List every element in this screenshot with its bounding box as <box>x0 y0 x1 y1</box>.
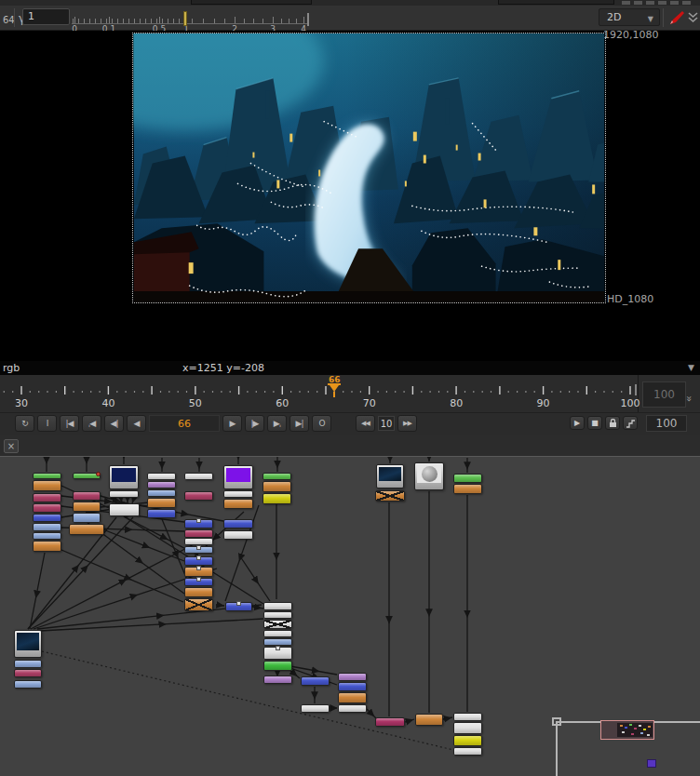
node[interactable] <box>73 502 101 512</box>
node[interactable] <box>263 630 292 637</box>
node[interactable] <box>69 524 104 535</box>
play-mode-button[interactable]: ↻ <box>15 415 34 432</box>
node[interactable] <box>109 503 140 516</box>
gamma-slider[interactable]: 00.10.51234 <box>72 6 312 31</box>
node-read-thumbnail[interactable] <box>223 465 253 489</box>
toolbar-icon[interactable] <box>646 1 654 5</box>
node[interactable] <box>263 602 292 610</box>
double-chevron-down-icon[interactable] <box>688 12 698 23</box>
lock-icon[interactable] <box>605 416 620 430</box>
node[interactable] <box>109 490 139 498</box>
node[interactable] <box>262 473 291 480</box>
node[interactable] <box>184 519 213 528</box>
node[interactable] <box>184 556 213 566</box>
node[interactable] <box>453 735 482 746</box>
prev-keyframe-button[interactable]: ˌ◀ <box>82 415 101 432</box>
node[interactable] <box>14 669 42 677</box>
fps-value-box[interactable]: 100 <box>646 415 687 432</box>
node[interactable] <box>33 523 61 531</box>
node[interactable] <box>262 481 291 492</box>
fps-display-box[interactable]: 100 <box>642 381 686 408</box>
node[interactable] <box>338 692 367 703</box>
node[interactable] <box>147 498 176 508</box>
node[interactable] <box>453 722 482 734</box>
node[interactable] <box>184 529 213 538</box>
node[interactable] <box>223 519 253 528</box>
view-mode-dropdown[interactable]: 2D ▼ <box>599 8 660 26</box>
node[interactable] <box>14 680 42 689</box>
range-o-button[interactable]: O <box>312 415 331 432</box>
step-back-button[interactable]: ◀| <box>104 415 124 432</box>
node[interactable] <box>263 638 292 646</box>
viewer-canvas[interactable]: 1920,1080 <box>0 31 700 361</box>
timeline-ruler[interactable]: 30405060708090100 66 <box>0 375 639 412</box>
node-graph[interactable] <box>0 457 700 776</box>
node[interactable] <box>262 493 291 504</box>
node-read-thumbnail[interactable] <box>376 464 404 488</box>
chevron-down-icon[interactable]: ▼ <box>688 363 694 372</box>
step-forward-button[interactable]: |▶ <box>245 415 264 432</box>
node[interactable] <box>453 484 482 494</box>
node[interactable] <box>225 602 252 611</box>
node[interactable] <box>33 532 61 540</box>
node[interactable] <box>73 473 101 479</box>
node[interactable] <box>184 578 213 586</box>
node[interactable] <box>33 493 61 502</box>
playhead-marker[interactable] <box>330 385 339 392</box>
toolbar-icon[interactable] <box>622 1 630 5</box>
node[interactable] <box>223 490 253 498</box>
node[interactable] <box>263 676 292 684</box>
toolbar-icon[interactable] <box>670 1 679 5</box>
node[interactable] <box>184 567 213 577</box>
node[interactable] <box>184 538 213 545</box>
toolbar-icon[interactable] <box>682 1 691 5</box>
node-read-thumbnail[interactable] <box>14 630 42 658</box>
node[interactable] <box>184 546 213 554</box>
slider-handle[interactable] <box>183 11 187 26</box>
play-forward-button[interactable]: ▶ <box>222 415 242 432</box>
write-dropdown-2[interactable]: Writes <box>498 0 614 5</box>
node[interactable] <box>73 513 101 523</box>
node-3d-sphere[interactable] <box>414 462 444 490</box>
node[interactable] <box>33 503 61 513</box>
next-keyframe-button[interactable]: ▶ˌ <box>267 415 287 432</box>
node[interactable] <box>33 473 61 479</box>
goto-end-button[interactable]: ▶| <box>289 415 309 432</box>
node-read-thumbnail[interactable] <box>109 465 139 489</box>
node-disabled[interactable] <box>184 598 213 611</box>
node[interactable] <box>415 714 443 726</box>
node[interactable] <box>33 480 61 491</box>
node[interactable] <box>301 704 330 713</box>
close-tab-button[interactable]: × <box>4 439 19 453</box>
node[interactable] <box>73 491 101 501</box>
play-backward-button[interactable]: ◀ <box>127 415 146 432</box>
node[interactable] <box>453 474 482 483</box>
node[interactable] <box>338 682 367 691</box>
toolbar-icon[interactable] <box>634 1 642 5</box>
node[interactable] <box>263 661 292 671</box>
node[interactable] <box>33 541 61 552</box>
node[interactable] <box>301 676 330 686</box>
node[interactable] <box>338 673 367 681</box>
node[interactable] <box>33 514 61 522</box>
node[interactable] <box>14 660 42 668</box>
node[interactable] <box>453 713 482 721</box>
goto-start-button[interactable]: |◀ <box>60 415 79 432</box>
backdrop-corner-handle[interactable] <box>552 717 561 726</box>
frame-increment-field[interactable]: 10 <box>378 416 395 431</box>
node[interactable] <box>147 489 176 497</box>
node[interactable] <box>184 587 213 597</box>
jump-back-button[interactable]: ◀◀ <box>356 415 375 432</box>
node[interactable] <box>223 530 253 540</box>
node[interactable] <box>147 509 176 518</box>
current-frame-field[interactable]: 66 <box>149 415 220 432</box>
node[interactable] <box>184 473 213 480</box>
node[interactable] <box>263 647 292 660</box>
node[interactable] <box>338 704 367 713</box>
stop-icon[interactable]: ■ <box>587 416 602 430</box>
node[interactable] <box>147 473 176 480</box>
double-chevron-icon[interactable]: » <box>683 395 695 400</box>
flipbook-play-icon[interactable]: ▶ <box>570 416 585 430</box>
jump-forward-button[interactable]: ▶▶ <box>397 415 417 432</box>
roto-brush-icon[interactable] <box>668 10 685 25</box>
